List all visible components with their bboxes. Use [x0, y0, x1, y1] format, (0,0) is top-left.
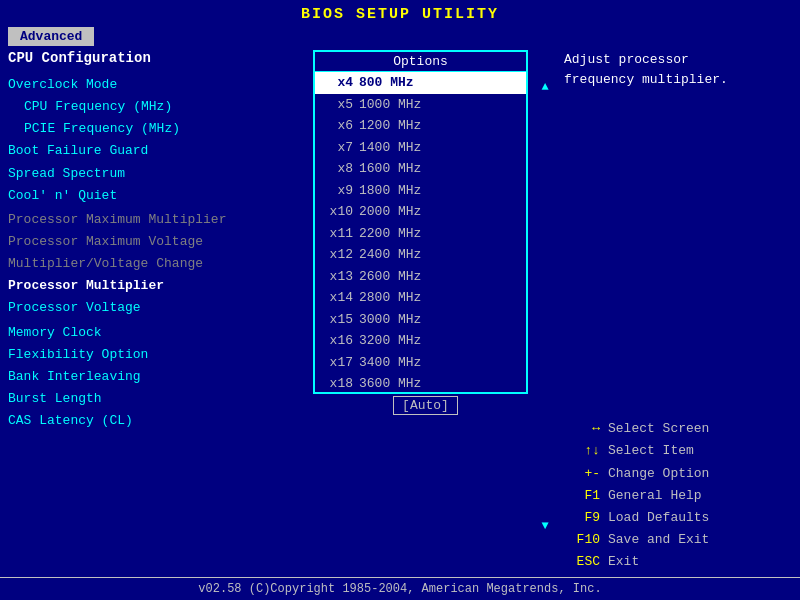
bios-title: BIOS SETUP UTILITY: [301, 6, 499, 23]
dropdown-item[interactable]: x163200 MHz: [315, 330, 526, 352]
title-bar: BIOS SETUP UTILITY: [0, 0, 800, 27]
multiplier: x15: [323, 310, 353, 330]
menu-item[interactable]: Processor Voltage: [8, 297, 313, 319]
dropdown-item[interactable]: x132600 MHz: [315, 266, 526, 288]
dropdown-item[interactable]: x183600 MHz: [315, 373, 526, 392]
menu-item[interactable]: Burst Length: [8, 388, 313, 410]
shortcut-row: ESCExit: [564, 551, 792, 573]
dropdown-item[interactable]: x153000 MHz: [315, 309, 526, 331]
multiplier: x9: [323, 181, 353, 201]
frequency: 800 MHz: [359, 73, 518, 93]
scroll-down-arrow[interactable]: ▼: [541, 519, 548, 533]
dropdown-item[interactable]: x51000 MHz: [315, 94, 526, 116]
main-scrollbar[interactable]: ▲ ▼: [538, 50, 552, 573]
dropdown-item[interactable]: x173400 MHz: [315, 352, 526, 374]
frequency: 1400 MHz: [359, 138, 518, 158]
menu-item[interactable]: Spread Spectrum: [8, 163, 313, 185]
shortcut-label: General Help: [608, 485, 702, 507]
shortcut-row: ↔Select Screen: [564, 418, 792, 440]
frequency: 1000 MHz: [359, 95, 518, 115]
menu-item[interactable]: CPU Frequency (MHz): [8, 96, 313, 118]
dropdown-item[interactable]: x122400 MHz: [315, 244, 526, 266]
shortcut-row: F9Load Defaults: [564, 507, 792, 529]
menu-item[interactable]: Processor Multiplier: [8, 275, 313, 297]
help-line1: Adjust processor: [564, 50, 792, 70]
multiplier: x14: [323, 288, 353, 308]
frequency: 3400 MHz: [359, 353, 518, 373]
shortcut-row: F1General Help: [564, 485, 792, 507]
shortcut-key: ↔: [564, 418, 600, 440]
section-title: CPU Configuration: [8, 50, 313, 66]
footer-text: v02.58 (C)Copyright 1985-2004, American …: [198, 582, 601, 596]
shortcut-label: Load Defaults: [608, 507, 709, 529]
multiplier: x4: [323, 73, 353, 93]
advanced-tab[interactable]: Advanced: [8, 27, 94, 46]
help-text: Adjust processor frequency multiplier.: [564, 50, 792, 89]
footer: v02.58 (C)Copyright 1985-2004, American …: [0, 577, 800, 600]
current-value-box: [Auto]: [313, 398, 538, 413]
frequency: 1600 MHz: [359, 159, 518, 179]
menu-item[interactable]: Memory Clock: [8, 322, 313, 344]
shortcut-key: +-: [564, 463, 600, 485]
menu-item: Multiplier/Voltage Change: [8, 253, 313, 275]
shortcut-key: ESC: [564, 551, 600, 573]
menu-item[interactable]: Cool' n' Quiet: [8, 185, 313, 207]
frequency: 1800 MHz: [359, 181, 518, 201]
shortcut-key: F1: [564, 485, 600, 507]
menu-item: Processor Maximum Voltage: [8, 231, 313, 253]
frequency: 2800 MHz: [359, 288, 518, 308]
left-panel: CPU Configuration Overclock ModeCPU Freq…: [8, 50, 313, 573]
multiplier: x6: [323, 116, 353, 136]
shortcuts-panel: ↔Select Screen↑↓Select Item+-Change Opti…: [564, 418, 792, 573]
dropdown-item[interactable]: x91800 MHz: [315, 180, 526, 202]
frequency: 3200 MHz: [359, 331, 518, 351]
dropdown-item[interactable]: x112200 MHz: [315, 223, 526, 245]
dropdown-item[interactable]: x61200 MHz: [315, 115, 526, 137]
multiplier: x11: [323, 224, 353, 244]
multiplier: x16: [323, 331, 353, 351]
menu-item[interactable]: Flexibility Option: [8, 344, 313, 366]
main-content: CPU Configuration Overclock ModeCPU Freq…: [0, 46, 800, 577]
menu-item[interactable]: Boot Failure Guard: [8, 140, 313, 162]
options-dropdown[interactable]: Options x4800 MHzx51000 MHzx61200 MHzx71…: [313, 50, 528, 394]
tab-bar: Advanced: [0, 27, 800, 46]
dropdown-items[interactable]: x4800 MHzx51000 MHzx61200 MHzx71400 MHzx…: [315, 72, 526, 392]
menu-item[interactable]: PCIE Frequency (MHz): [8, 118, 313, 140]
current-value: [Auto]: [393, 396, 458, 415]
shortcut-label: Change Option: [608, 463, 709, 485]
menu-item: Processor Maximum Multiplier: [8, 209, 313, 231]
multiplier: x10: [323, 202, 353, 222]
dropdown-item[interactable]: x71400 MHz: [315, 137, 526, 159]
menu-item[interactable]: Overclock Mode: [8, 74, 313, 96]
menu-item[interactable]: Bank Interleaving: [8, 366, 313, 388]
shortcut-label: Save and Exit: [608, 529, 709, 551]
scroll-up-arrow[interactable]: ▲: [541, 80, 548, 94]
bios-screen: BIOS SETUP UTILITY Advanced CPU Configur…: [0, 0, 800, 600]
shortcut-label: Select Item: [608, 440, 694, 462]
multiplier: x17: [323, 353, 353, 373]
shortcut-row: F10Save and Exit: [564, 529, 792, 551]
shortcut-row: ↑↓Select Item: [564, 440, 792, 462]
frequency: 3000 MHz: [359, 310, 518, 330]
multiplier: x7: [323, 138, 353, 158]
multiplier: x12: [323, 245, 353, 265]
menu-items: Overclock ModeCPU Frequency (MHz)PCIE Fr…: [8, 74, 313, 432]
multiplier: x13: [323, 267, 353, 287]
multiplier: x5: [323, 95, 353, 115]
dropdown-item[interactable]: x4800 MHz: [315, 72, 526, 94]
frequency: 2600 MHz: [359, 267, 518, 287]
dropdown-header: Options: [315, 52, 526, 72]
help-line2: frequency multiplier.: [564, 70, 792, 90]
dropdown-item[interactable]: x102000 MHz: [315, 201, 526, 223]
center-panel: Options x4800 MHzx51000 MHzx61200 MHzx71…: [313, 50, 538, 573]
frequency: 2400 MHz: [359, 245, 518, 265]
shortcut-label: Exit: [608, 551, 639, 573]
right-panel: Adjust processor frequency multiplier. ↔…: [552, 50, 792, 573]
menu-item[interactable]: CAS Latency (CL): [8, 410, 313, 432]
frequency: 2200 MHz: [359, 224, 518, 244]
multiplier: x18: [323, 374, 353, 392]
multiplier: x8: [323, 159, 353, 179]
dropdown-item[interactable]: x81600 MHz: [315, 158, 526, 180]
dropdown-item[interactable]: x142800 MHz: [315, 287, 526, 309]
shortcut-row: +-Change Option: [564, 463, 792, 485]
